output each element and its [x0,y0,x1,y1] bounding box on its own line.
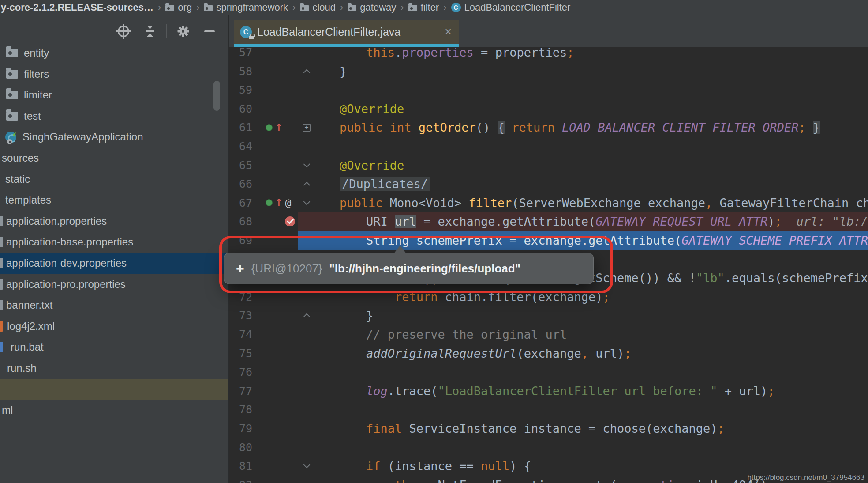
fold-marker-icon[interactable] [298,62,315,81]
tree-item-open-file-highlight[interactable] [0,379,228,400]
sidebar-scrollbar-thumb[interactable] [213,81,220,111]
tab-close-icon[interactable]: × [445,26,452,38]
panel-splitter[interactable] [228,15,229,483]
fold-marker-icon[interactable] [298,174,315,193]
code-line-72[interactable]: 72return chain.filter(exchange); [229,287,868,306]
code-line-74[interactable]: 74// preserve the original url [229,325,868,344]
code-line-60[interactable]: 60@Override [229,99,868,118]
gutter-icons [256,156,298,175]
breadcrumb-item-cloud[interactable]: cloud [300,2,336,13]
code-line-78[interactable]: 78 [229,400,868,419]
collapse-all-icon[interactable] [143,25,157,38]
fold-marker-icon[interactable] [298,457,315,475]
code-line-68[interactable]: 68URI url = exchange.getAttribute(GATEWA… [229,212,868,231]
gutter-icons [256,212,298,231]
fold-marker-icon[interactable]: + [298,118,315,137]
verified-breakpoint-icon[interactable] [285,216,295,226]
tree-item-run-bat[interactable]: run.bat [0,336,228,358]
settings-gear-icon[interactable] [176,25,190,38]
overrides-method-icon[interactable] [266,124,273,131]
tree-item-static[interactable]: static [0,169,228,190]
tree-item-application-base-properties[interactable]: application-base.properties [0,231,228,253]
breadcrumb-item-y-core-2-1-2-release-sources-[interactable]: y-core-2.1.2.RELEASE-sources… [1,2,153,13]
code-line-61[interactable]: 61↑+public int getOrder() { return LOAD_… [229,118,868,137]
code-line-81[interactable]: 81if (instance == null) { [229,457,868,475]
tree-item-singhgatewayapplication[interactable]: SinghGatewayApplication [0,126,228,147]
breadcrumb-item-gateway[interactable]: gateway [348,2,396,13]
file-icon-sliver [0,342,3,352]
overrides-method-icon[interactable] [266,199,273,206]
code-line-67[interactable]: 67↑@public Mono<Void> filter(ServerWebEx… [229,193,868,212]
file-icon-sliver [0,279,3,290]
tree-item-application-properties[interactable]: application.properties [0,211,228,232]
code-line-58[interactable]: 58} [229,62,868,81]
line-number: 73 [229,306,256,325]
breadcrumb-item-filter[interactable]: filter [408,2,439,13]
gutter-icons [256,137,298,156]
spring-boot-class-icon [5,131,18,143]
tree-item-log4j2-xml[interactable]: log4j2.xml [0,316,228,337]
line-number: 66 [229,174,256,193]
breadcrumb-label: y-core-2.1.2.RELEASE-sources… [1,2,153,13]
code-line-65[interactable]: 65@Override [229,156,868,175]
code-line-73[interactable]: 73} [229,306,868,325]
override-up-arrow-icon[interactable]: ↑ [275,123,283,132]
tree-item-ml[interactable]: ml [0,400,228,421]
line-number: 79 [229,419,256,438]
code-text: public Mono<Void> filter(ServerWebExchan… [340,193,868,212]
file-icon-sliver [0,321,3,332]
tree-item-filters[interactable]: filters [0,64,228,85]
tree-item-entity[interactable]: entity [0,42,228,64]
gutter-icons [256,80,298,99]
breadcrumb-item-springframework[interactable]: springframework [204,2,288,13]
line-number: 64 [229,137,256,156]
code-line-69[interactable]: 69String schemePrefix = exchange.getAttr… [229,231,868,250]
code-line-59[interactable]: 59 [229,80,868,99]
tree-item-templates[interactable]: templates [0,189,228,211]
tree-item-label: SinghGatewayApplication [22,131,143,143]
tree-item-label: application-base.properties [6,236,133,248]
code-text: log.trace("LoadBalancerClientFilter url … [366,381,775,400]
tree-item-label: log4j2.xml [7,320,55,332]
line-number: 67 [229,193,256,212]
breadcrumb-label: LoadBalancerClientFilter [464,2,571,13]
tree-item-banner-txt[interactable]: banner.txt [0,294,228,316]
fold-marker-icon[interactable] [298,156,315,175]
tree-item-label: static [5,173,30,185]
override-up-arrow-icon[interactable]: ↑ [275,198,283,207]
fold-marker-icon[interactable] [298,193,315,212]
tree-item-sources[interactable]: sources [0,147,228,169]
code-line-76[interactable]: 76 [229,362,868,381]
tree-item-test[interactable]: test [0,106,228,127]
tree-item-label: limiter [24,89,52,101]
tab-active-underline [234,44,459,47]
tree-item-run-sh[interactable]: run.sh [0,358,228,379]
breadcrumb-item-org[interactable]: org [165,2,192,13]
file-icon-sliver [0,216,3,226]
folder-icon [6,70,18,79]
breadcrumb-label: gateway [360,2,396,13]
tooltip-object-ref: {URI@10207} [251,262,322,275]
tree-item-label: filters [24,68,49,80]
breadcrumb-label: org [178,2,192,13]
code-line-80[interactable]: 80 [229,438,868,457]
folder-icon [204,5,213,11]
tree-item-application-dev-properties[interactable]: application-dev.properties [0,253,228,274]
code-line-79[interactable]: 79final ServiceInstance instance = choos… [229,419,868,438]
locate-target-icon[interactable] [117,25,130,38]
tree-item-application-pro-properties[interactable]: application-pro.properties [0,274,228,295]
code-line-75[interactable]: 75addOriginalRequestUrl(exchange, url); [229,344,868,363]
expand-node-icon[interactable]: + [236,262,244,275]
breadcrumb-item-loadbalancerclientfilter[interactable]: CLoadBalancerClientFilter [451,2,571,13]
code-text: // preserve the original url [366,325,567,344]
code-line-77[interactable]: 77log.trace("LoadBalancerClientFilter ur… [229,381,868,400]
breadcrumb-separator: › [196,2,199,13]
code-line-66[interactable]: 66/Duplicates/ [229,174,868,193]
fold-marker-icon[interactable] [298,306,315,325]
tree-item-label: entity [24,47,49,59]
hide-panel-icon[interactable] [203,25,216,38]
code-line-64[interactable]: 64 [229,137,868,156]
tab-loadbalancerclientfilter[interactable]: C LoadBalancerClientFilter.java × [234,20,459,44]
tree-item-label: run.sh [7,362,37,374]
tree-item-limiter[interactable]: limiter [0,84,228,106]
